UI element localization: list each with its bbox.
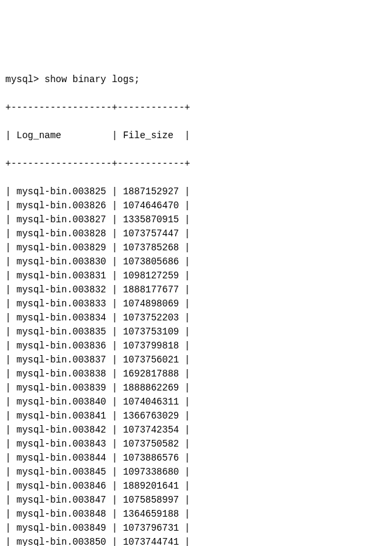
table-row: | mysql-bin.003843 | 1073750582 | [5, 437, 387, 451]
table-top-divider: +------------------+------------+ [5, 101, 387, 115]
table-row: | mysql-bin.003835 | 1073753109 | [5, 325, 387, 339]
table-row: | mysql-bin.003829 | 1073785268 | [5, 241, 387, 255]
table-row: | mysql-bin.003833 | 1074898069 | [5, 297, 387, 311]
table-header-row: | Log_name | File_size | [5, 129, 387, 143]
table-row: | mysql-bin.003844 | 1073886576 | [5, 451, 387, 465]
table-row: | mysql-bin.003834 | 1073752203 | [5, 311, 387, 325]
sql-prompt-line: mysql> show binary logs; [5, 73, 387, 87]
table-row: | mysql-bin.003839 | 1888862269 | [5, 381, 387, 395]
table-row: | mysql-bin.003845 | 1097338680 | [5, 465, 387, 479]
table-header-divider: +------------------+------------+ [5, 157, 387, 171]
table-row: | mysql-bin.003849 | 1073796731 | [5, 521, 387, 535]
table-row: | mysql-bin.003828 | 1073757447 | [5, 227, 387, 241]
table-row: | mysql-bin.003841 | 1366763029 | [5, 409, 387, 423]
table-row: | mysql-bin.003830 | 1073805686 | [5, 255, 387, 269]
table-row: | mysql-bin.003847 | 1075858997 | [5, 493, 387, 507]
table-body: | mysql-bin.003825 | 1887152927 || mysql… [5, 185, 387, 546]
table-row: | mysql-bin.003842 | 1073742354 | [5, 423, 387, 437]
table-row: | mysql-bin.003826 | 1074646470 | [5, 199, 387, 213]
table-row: | mysql-bin.003836 | 1073799818 | [5, 339, 387, 353]
table-row: | mysql-bin.003838 | 1692817888 | [5, 367, 387, 381]
table-row: | mysql-bin.003825 | 1887152927 | [5, 185, 387, 199]
table-row: | mysql-bin.003840 | 1074046311 | [5, 395, 387, 409]
table-row: | mysql-bin.003827 | 1335870915 | [5, 213, 387, 227]
table-row: | mysql-bin.003832 | 1888177677 | [5, 283, 387, 297]
table-row: | mysql-bin.003837 | 1073756021 | [5, 353, 387, 367]
table-row: | mysql-bin.003831 | 1098127259 | [5, 269, 387, 283]
mysql-terminal-output: mysql> show binary logs; +--------------… [5, 59, 387, 546]
table-row: | mysql-bin.003848 | 1364659188 | [5, 507, 387, 521]
table-row: | mysql-bin.003846 | 1889201641 | [5, 479, 387, 493]
table-row: | mysql-bin.003850 | 1073744741 | [5, 535, 387, 546]
